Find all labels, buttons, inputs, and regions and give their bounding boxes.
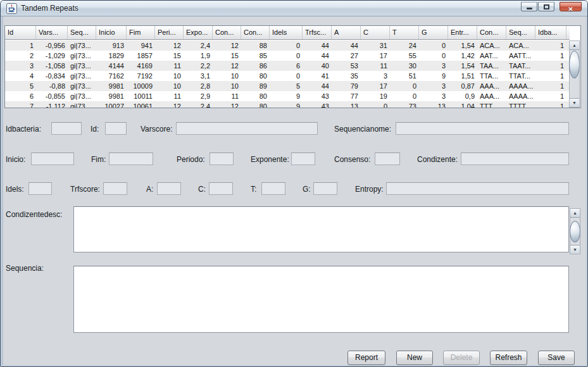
table-row-6[interactable]: 6-0,855gi|73...998110011112,911809437719… (5, 91, 570, 101)
table-cell: AAAA... (506, 91, 535, 101)
table-cell: 10 (213, 81, 241, 91)
table-row-5[interactable]: 5-0,88gi|73...998110009102,8108954479170… (5, 81, 570, 91)
trfscore-label: Trfscore: (70, 185, 100, 194)
periodo-field[interactable] (210, 152, 234, 165)
table-row-2[interactable]: 2-1,029gi|73...18291857151,9158504427175… (5, 51, 570, 61)
table-cell: 1,54 (448, 61, 477, 71)
table-cell: ACA... (477, 40, 506, 51)
column-header-11[interactable]: A (332, 26, 361, 40)
sequencia-textarea[interactable] (73, 266, 569, 333)
table-cell: 0 (270, 40, 303, 51)
scroll-down-icon[interactable]: ▼ (570, 98, 579, 107)
idbacteria-field[interactable] (51, 122, 82, 135)
fim-field[interactable] (109, 152, 153, 165)
table-cell: 913 (96, 40, 127, 51)
app-window: Tandem Repeats ✕ IdVars...Seq...InicioFi… (0, 0, 588, 367)
column-header-6[interactable]: Expo... (184, 26, 213, 40)
table-cell: 43 (303, 91, 332, 101)
c-field[interactable] (209, 182, 233, 195)
table-row-3[interactable]: 3-1,058gi|73...41444169112,2128664053113… (5, 61, 570, 71)
table-cell: 35 (332, 71, 361, 81)
table-cell: 9981 (96, 91, 127, 101)
column-header-8[interactable]: Con... (241, 26, 270, 40)
exponente-field[interactable] (291, 152, 315, 165)
table-cell: -1,029 (36, 51, 68, 61)
a-field[interactable] (157, 182, 181, 195)
column-header-3[interactable]: Inicio (96, 26, 127, 40)
title-bar[interactable]: Tandem Repeats ✕ (1, 1, 587, 16)
maximize-icon (544, 4, 549, 9)
minimize-button[interactable] (521, 2, 537, 11)
refresh-button[interactable]: Refresh (490, 351, 527, 365)
table-body: 1-0,956gi|73...913941122,412880444431240… (5, 40, 570, 108)
id-label: Id: (91, 125, 99, 134)
idels-field[interactable] (28, 182, 52, 195)
t-label: T: (251, 185, 256, 194)
table-cell: 10027 (96, 101, 127, 108)
table-cell: 3 (419, 81, 448, 91)
column-header-7[interactable]: Con... (213, 26, 241, 40)
new-button[interactable]: New (396, 351, 433, 365)
scroll-up-icon[interactable]: ▲ (570, 209, 580, 218)
table-cell: 10 (155, 71, 184, 81)
entropy-field[interactable] (386, 182, 569, 195)
trfscore-field[interactable] (103, 182, 127, 195)
table-cell: 86 (241, 61, 270, 71)
sequencia-label: Sequencia: (6, 264, 44, 273)
table-row-1[interactable]: 1-0,956gi|73...913941122,412880444431240… (5, 40, 570, 51)
table-cell: 10011 (127, 91, 155, 101)
condizentedesc-textarea[interactable] (73, 206, 569, 252)
column-header-13[interactable]: T (390, 26, 419, 40)
column-header-5[interactable]: Peri... (155, 26, 184, 40)
table-cell: -0,956 (36, 40, 68, 51)
save-button[interactable]: Save (538, 351, 575, 365)
scrollbar-thumb[interactable] (570, 221, 580, 242)
column-header-2[interactable]: Seq... (68, 26, 96, 40)
close-button[interactable]: ✕ (560, 2, 582, 11)
column-header-18[interactable]: Idba... (535, 26, 566, 40)
consenso-field[interactable] (375, 152, 400, 165)
table-cell: 13 (419, 101, 448, 108)
scroll-up-icon[interactable]: ▲ (570, 41, 579, 50)
table-cell: 11 (361, 61, 390, 71)
sequencianome-label: Sequencianome: (334, 125, 391, 134)
table-cell: 10009 (127, 81, 155, 91)
table-cell: 44 (303, 81, 332, 91)
table-cell: 0 (270, 71, 303, 81)
column-header-15[interactable]: Entr... (448, 26, 477, 40)
table-cell: 9981 (96, 81, 127, 91)
column-header-16[interactable]: Con... (477, 26, 506, 40)
g-label: G: (303, 185, 311, 194)
scrollbar-thumb[interactable] (569, 51, 580, 78)
column-header-1[interactable]: Vars... (36, 26, 68, 40)
condizente-field[interactable] (461, 152, 569, 165)
t-field[interactable] (261, 182, 285, 195)
id-field[interactable] (105, 122, 127, 135)
table-cell: -0,834 (36, 71, 68, 81)
column-header-9[interactable]: Idels (270, 26, 303, 40)
c-label: C: (198, 185, 206, 194)
table-cell: 1 (535, 40, 566, 51)
column-header-0[interactable]: Id (5, 26, 36, 40)
scroll-down-icon[interactable]: ▼ (570, 245, 580, 254)
column-header-17[interactable]: Seq... (506, 26, 535, 40)
table-row-7[interactable]: 7-1,112gi|73...1002710061122,41280943130… (5, 101, 570, 108)
sequencianome-field[interactable] (396, 122, 569, 135)
maximize-button[interactable] (538, 2, 554, 11)
report-button[interactable]: Report (347, 351, 385, 365)
varscore-field[interactable] (176, 122, 318, 135)
table-cell: 1 (535, 51, 566, 61)
table-cell: -1,112 (36, 101, 68, 108)
column-header-10[interactable]: Trfsc... (303, 26, 332, 40)
table-cell: 44 (332, 40, 361, 51)
inicio-field[interactable] (31, 152, 74, 165)
table-cell: AAA... (477, 81, 506, 91)
g-field[interactable] (313, 182, 337, 195)
table-vertical-scrollbar[interactable]: ▲ ▼ (569, 40, 580, 108)
table-cell: 11 (213, 91, 241, 101)
column-header-14[interactable]: G (419, 26, 448, 40)
table-row-4[interactable]: 4-0,834gi|73...71627192103,1108004135351… (5, 71, 570, 81)
column-header-4[interactable]: Fim (127, 26, 155, 40)
column-header-12[interactable]: C (361, 26, 390, 40)
condizentedesc-scrollbar[interactable]: ▲ ▼ (570, 208, 580, 254)
